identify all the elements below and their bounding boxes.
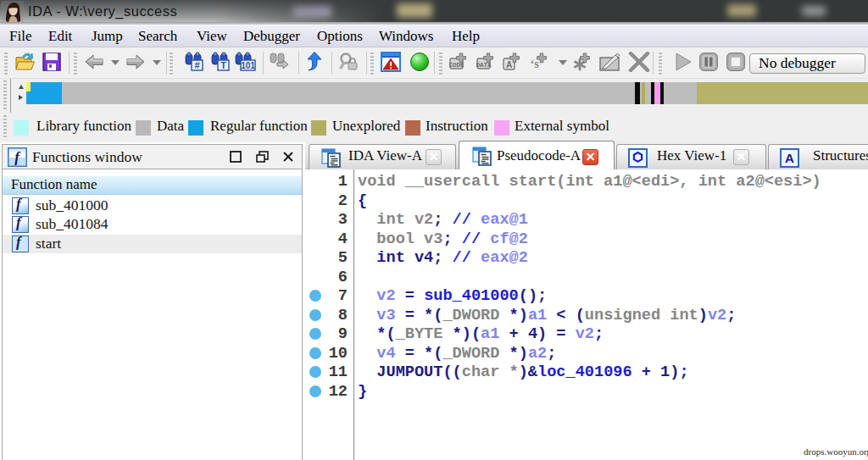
svg-text:A: A	[785, 151, 794, 165]
svg-text:#: #	[194, 60, 199, 70]
svg-text:101: 101	[241, 61, 255, 70]
svg-text:A: A	[506, 60, 512, 69]
svg-text:T: T	[220, 60, 226, 70]
